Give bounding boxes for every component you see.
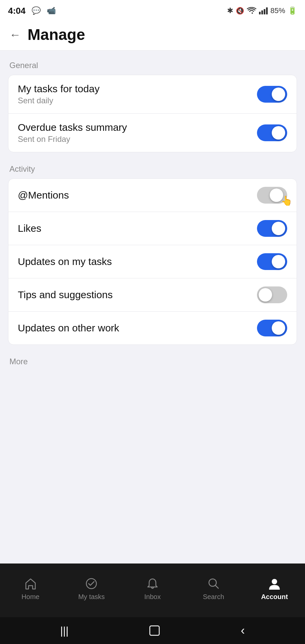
battery-percent: 85%: [270, 6, 285, 15]
bell-icon: [146, 577, 159, 590]
nav-inbox[interactable]: Inbox: [129, 577, 176, 601]
search-icon: [207, 577, 220, 590]
updates-other-work-title: Updates on other work: [18, 322, 119, 334]
updates-my-tasks-toggle[interactable]: [257, 253, 287, 270]
menu-button[interactable]: |||: [60, 625, 69, 637]
nav-search-label: Search: [203, 593, 224, 601]
system-nav-bar: ||| ‹: [0, 617, 305, 644]
general-section: General My tasks for today Sent daily: [8, 61, 297, 152]
nav-account[interactable]: Account: [251, 577, 298, 601]
activity-card-group: @Mentions 👆 Likes: [8, 178, 297, 345]
my-tasks-today-row: My tasks for today Sent daily: [8, 75, 297, 114]
bluetooth-icon: ✱: [227, 6, 233, 15]
likes-toggle[interactable]: [257, 220, 287, 237]
my-tasks-today-subtitle: Sent daily: [18, 96, 99, 105]
tips-suggestions-row: Tips and suggestions: [8, 278, 297, 312]
overdue-tasks-row: Overdue tasks summary Sent on Friday: [8, 114, 297, 152]
svg-rect-7: [150, 626, 159, 635]
more-section-label: More: [8, 357, 297, 366]
signal-icon: [259, 7, 268, 14]
nav-my-tasks-label: My tasks: [78, 593, 105, 601]
likes-row: Likes: [8, 212, 297, 245]
mentions-row: @Mentions 👆: [8, 179, 297, 212]
nav-inbox-label: Inbox: [144, 593, 161, 601]
person-icon: [268, 577, 281, 590]
content-area: General My tasks for today Sent daily: [0, 51, 305, 564]
svg-rect-2: [264, 9, 265, 14]
nav-home[interactable]: Home: [7, 577, 54, 601]
general-card-group: My tasks for today Sent daily Overdue ta…: [8, 75, 297, 152]
updates-my-tasks-row: Updates on my tasks: [8, 245, 297, 278]
back-button[interactable]: ←: [9, 29, 21, 40]
general-section-label: General: [8, 61, 297, 70]
mentions-toggle[interactable]: [257, 187, 287, 204]
wifi-icon: [247, 7, 256, 14]
nav-home-label: Home: [21, 593, 39, 601]
nav-account-label: Account: [261, 593, 288, 601]
updates-other-work-row: Updates on other work: [8, 312, 297, 344]
mentions-toggle-wrapper: 👆: [257, 187, 287, 204]
my-tasks-today-title: My tasks for today: [18, 83, 99, 95]
tips-suggestions-toggle[interactable]: [257, 286, 287, 303]
overdue-tasks-toggle-wrapper: [257, 124, 287, 141]
updates-my-tasks-toggle-wrapper: [257, 253, 287, 270]
svg-rect-1: [261, 10, 263, 14]
my-tasks-today-toggle[interactable]: [257, 86, 287, 103]
check-circle-icon: [85, 577, 98, 590]
svg-rect-3: [266, 7, 268, 14]
back-gesture-button[interactable]: ‹: [241, 624, 245, 638]
my-tasks-today-toggle-wrapper: [257, 86, 287, 103]
svg-point-6: [272, 579, 277, 584]
messenger-icon: 💬: [32, 6, 41, 15]
tips-suggestions-toggle-wrapper: [257, 286, 287, 303]
updates-my-tasks-title: Updates on my tasks: [18, 256, 112, 267]
header: ← Manage: [0, 20, 305, 51]
mute-icon: 🔇: [236, 7, 244, 15]
updates-other-work-toggle[interactable]: [257, 320, 287, 336]
status-time: 4:04: [8, 6, 26, 16]
activity-section: Activity @Mentions 👆: [8, 164, 297, 345]
mentions-title: @Mentions: [18, 190, 69, 201]
page-title: Manage: [28, 25, 85, 44]
battery-icon: 🔋: [288, 6, 297, 15]
tips-suggestions-title: Tips and suggestions: [18, 289, 113, 301]
home-icon: [24, 577, 37, 590]
activity-section-label: Activity: [8, 164, 297, 174]
video-icon: 📹: [47, 6, 56, 15]
overdue-tasks-subtitle: Sent on Friday: [18, 135, 127, 144]
bottom-nav: Home My tasks Inbox Search: [0, 564, 305, 617]
status-bar: 4:04 💬 📹 ✱ 🔇 85% 🔋: [0, 0, 305, 20]
nav-my-tasks[interactable]: My tasks: [68, 577, 115, 601]
updates-other-work-toggle-wrapper: [257, 320, 287, 336]
home-button[interactable]: [148, 625, 161, 637]
overdue-tasks-toggle[interactable]: [257, 124, 287, 141]
svg-rect-0: [259, 12, 261, 14]
nav-search[interactable]: Search: [190, 577, 237, 601]
svg-point-4: [86, 579, 96, 589]
likes-title: Likes: [18, 223, 41, 234]
overdue-tasks-title: Overdue tasks summary: [18, 122, 127, 133]
status-right-icons: ✱ 🔇 85% 🔋: [227, 6, 297, 15]
likes-toggle-wrapper: [257, 220, 287, 237]
